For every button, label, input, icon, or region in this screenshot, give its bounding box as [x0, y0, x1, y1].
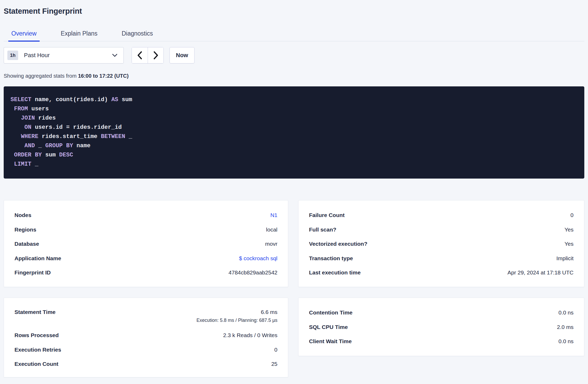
row-value-wrap: Implicit	[556, 255, 574, 262]
row-value: 2.3 k Reads / 0 Writes	[223, 332, 277, 338]
row-label: SQL CPU Time	[309, 324, 348, 330]
row-value: 25	[271, 361, 277, 367]
sql-line: FROM users	[11, 104, 577, 114]
card-row: Transaction typeImplicit	[309, 251, 574, 266]
chevron-right-icon	[153, 51, 159, 60]
row-label: Execution Count	[14, 361, 58, 367]
row-label: Nodes	[14, 212, 31, 218]
row-value: Yes	[565, 241, 574, 247]
statement-details-card: NodesN1RegionslocalDatabasemovrApplicati…	[4, 200, 288, 287]
row-label: Application Name	[14, 255, 61, 262]
row-value-wrap: 25	[271, 361, 277, 367]
row-value-wrap: 0	[274, 347, 277, 353]
row-label: Fingerprint ID	[14, 269, 51, 276]
card-row: Vectorized execution?Yes	[309, 237, 574, 251]
row-value: 0	[570, 212, 574, 218]
row-label: Execution Retries	[14, 347, 61, 353]
tab-explain-plans[interactable]: Explain Plans	[58, 26, 101, 41]
aggregated-stats-range: 16:00 to 17:22 (UTC)	[78, 73, 128, 79]
row-value: 0	[274, 347, 277, 353]
time-step-group	[132, 47, 164, 63]
card-row: Databasemovr	[14, 237, 277, 251]
row-value-wrap: 2.0 ms	[557, 324, 574, 330]
row-subtext: Execution: 5.8 ms / Planning: 687.5 µs	[196, 318, 277, 323]
row-label: Last execution time	[309, 269, 361, 276]
now-button[interactable]: Now	[170, 47, 195, 63]
row-label: Contention Time	[309, 309, 352, 316]
statement-stats-card: Statement Time6.6 msExecution: 5.8 ms / …	[4, 298, 288, 377]
row-value-wrap: movr	[265, 241, 277, 247]
row-value-wrap: 0	[570, 212, 574, 218]
card-row: Rows Processed2.3 k Reads / 0 Writes	[14, 328, 277, 343]
sql-line: SELECT name, count(rides.id) AS sum	[11, 95, 577, 104]
next-interval-button[interactable]	[148, 47, 163, 63]
row-value-link[interactable]: N1	[270, 212, 277, 218]
row-value: 0.0 ns	[559, 338, 574, 344]
statement-fingerprint-page: Statement Fingerprint OverviewExplain Pl…	[0, 0, 588, 377]
row-value: movr	[265, 241, 277, 247]
row-value-wrap: 0.0 ns	[559, 309, 574, 316]
time-range-badge: 1h	[7, 51, 18, 60]
sql-line: LIMIT _	[11, 160, 577, 169]
sql-line: AND _ GROUP BY name	[11, 141, 577, 150]
previous-interval-button[interactable]	[132, 47, 148, 63]
card-row: Client Wait Time0.0 ns	[309, 334, 574, 349]
row-value-wrap: Yes	[565, 241, 574, 247]
row-value: Yes	[565, 227, 574, 233]
sql-line: ORDER BY sum DESC	[11, 150, 577, 160]
tab-overview[interactable]: Overview	[8, 26, 40, 41]
row-value: Implicit	[556, 255, 574, 262]
time-range-picker[interactable]: 1h Past Hour	[4, 47, 124, 63]
row-label: Failure Count	[309, 212, 345, 218]
aggregated-stats-line: Showing aggregated stats from 16:00 to 1…	[4, 73, 584, 79]
row-value-wrap: 0.0 ns	[559, 338, 574, 344]
row-value-link[interactable]: $ cockroach sql	[239, 255, 277, 262]
card-row: Fingerprint ID4784cb829aab2542	[14, 265, 277, 280]
time-stats-card: Contention Time0.0 nsSQL CPU Time2.0 msC…	[298, 298, 584, 356]
page-title: Statement Fingerprint	[4, 0, 584, 16]
chevron-down-icon	[112, 53, 118, 57]
sql-code: SELECT name, count(rides.id) AS sum FROM…	[11, 95, 577, 169]
card-row: Last execution timeApr 29, 2024 at 17:18…	[309, 265, 574, 280]
row-value-wrap: 6.6 msExecution: 5.8 ms / Planning: 687.…	[196, 309, 277, 323]
row-label: Rows Processed	[14, 332, 59, 338]
card-row: Full scan?Yes	[309, 223, 574, 237]
tab-diagnostics[interactable]: Diagnostics	[118, 26, 156, 41]
row-value-wrap: local	[266, 227, 277, 233]
row-value-wrap: 2.3 k Reads / 0 Writes	[223, 332, 277, 338]
row-label: Full scan?	[309, 227, 336, 233]
card-row: Contention Time0.0 ns	[309, 306, 574, 320]
time-range-label: Past Hour	[24, 52, 112, 59]
row-value: 6.6 ms	[196, 309, 277, 315]
tab-bar: OverviewExplain PlansDiagnostics	[4, 26, 584, 41]
sql-line: JOIN rides	[11, 114, 577, 123]
row-value-wrap: Yes	[565, 227, 574, 233]
summary-cards: NodesN1RegionslocalDatabasemovrApplicati…	[4, 200, 584, 377]
row-label: Statement Time	[14, 309, 56, 315]
row-value: 2.0 ms	[557, 324, 574, 330]
row-value-wrap: $ cockroach sql	[239, 255, 277, 262]
row-value-wrap: N1	[270, 212, 277, 218]
sql-line: WHERE rides.start_time BETWEEN _	[11, 132, 577, 141]
row-label: Transaction type	[309, 255, 353, 262]
row-value: 0.0 ns	[559, 309, 574, 316]
card-row: Failure Count0	[309, 208, 574, 223]
row-label: Vectorized execution?	[309, 241, 367, 247]
card-row: Execution Retries0	[14, 343, 277, 357]
row-value: 4784cb829aab2542	[228, 269, 277, 276]
card-row: Application Name$ cockroach sql	[14, 251, 277, 266]
row-value: Apr 29, 2024 at 17:18 UTC	[507, 269, 574, 276]
row-value-wrap: Apr 29, 2024 at 17:18 UTC	[507, 269, 574, 276]
execution-attributes-card: Failure Count0Full scan?YesVectorized ex…	[298, 200, 584, 287]
row-label: Regions	[14, 227, 36, 233]
card-row: NodesN1	[14, 208, 277, 223]
card-row: Execution Count25	[14, 357, 277, 371]
card-row: Statement Time6.6 msExecution: 5.8 ms / …	[14, 306, 277, 328]
sql-line: ON users.id = rides.rider_id	[11, 123, 577, 132]
aggregated-stats-prefix: Showing aggregated stats from	[4, 73, 78, 79]
row-label: Database	[14, 241, 39, 247]
row-value-wrap: 4784cb829aab2542	[228, 269, 277, 276]
chevron-left-icon	[137, 51, 143, 60]
row-value: local	[266, 227, 277, 233]
card-row: Regionslocal	[14, 223, 277, 237]
